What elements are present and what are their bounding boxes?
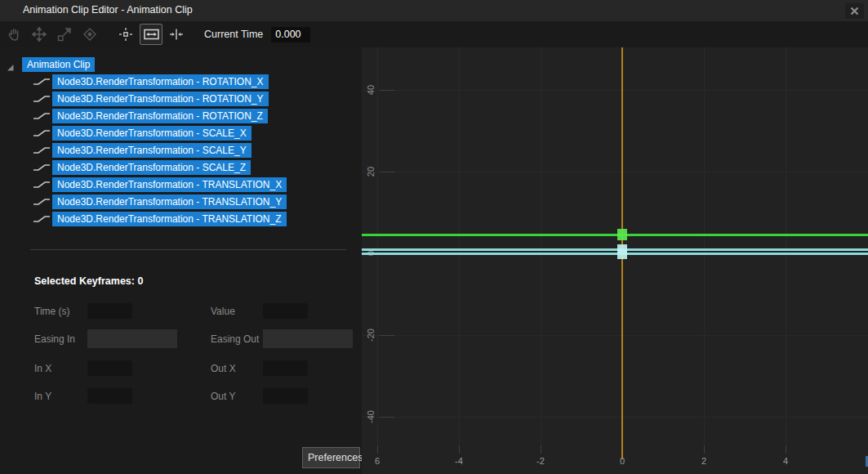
move-tool-button[interactable]: [28, 24, 51, 45]
current-time-input[interactable]: [271, 27, 310, 42]
x-tick-label: -4: [447, 456, 471, 467]
tree-item[interactable]: Node3D.RenderTransformation - ROTATION_Z: [33, 109, 268, 123]
x-tick-mark: [704, 445, 705, 454]
field-input-in-y[interactable]: [87, 388, 132, 404]
x-tick-mark: [786, 445, 786, 454]
tree-item-label[interactable]: Node3D.RenderTransformation - SCALE_Z: [52, 160, 251, 175]
x-tick-mark: [541, 445, 541, 454]
animation-curve-icon: [33, 76, 51, 87]
tree-item-label[interactable]: Node3D.RenderTransformation - SCALE_Y: [52, 143, 251, 158]
y-tick-label: 40: [366, 78, 376, 102]
field-input-time-s[interactable]: [87, 303, 132, 319]
title-bar: Animation Clip Editor - Animation Clip: [0, 0, 868, 21]
tree-item-label[interactable]: Node3D.RenderTransformation - ROTATION_X: [52, 74, 269, 89]
y-tick-label: -40: [366, 405, 376, 429]
y-tick-label: -20: [366, 323, 376, 347]
field-label-easing-in: Easing In: [34, 333, 75, 345]
pan-tool-button[interactable]: [2, 24, 25, 45]
keyframe-marker[interactable]: [617, 229, 627, 240]
gridline-horizontal: [362, 335, 868, 336]
tree-item[interactable]: Node3D.RenderTransformation - TRANSLATIO…: [33, 212, 287, 226]
expander-triangle-icon[interactable]: [7, 60, 15, 69]
y-tick-mark: [380, 90, 394, 91]
animation-curve-icon: [33, 145, 51, 156]
animation-curve-icon: [33, 196, 51, 208]
animation-clip-editor-window: Animation Clip Editor - Animation Clip C…: [0, 0, 868, 474]
selected-keyframes-label: Selected Keyframes:: [34, 275, 135, 287]
tree-item[interactable]: Node3D.RenderTransformation - TRANSLATIO…: [33, 177, 287, 192]
x-tick-label: 4: [773, 456, 798, 467]
y-tick-mark: [380, 172, 394, 172]
y-tick-mark: [380, 417, 394, 418]
separator-line: [30, 249, 346, 250]
field-label-out-y: Out Y: [211, 391, 235, 402]
field-label-in-x: In X: [34, 363, 51, 374]
tree-item-label[interactable]: Node3D.RenderTransformation - TRANSLATIO…: [52, 195, 287, 209]
tree-item-label[interactable]: Node3D.RenderTransformation - TRANSLATIO…: [52, 212, 287, 226]
x-tick-label: 6: [365, 456, 389, 467]
close-icon: [850, 4, 859, 19]
animation-curve-icon: [33, 127, 51, 139]
field-input-out-x[interactable]: [263, 360, 308, 376]
x-tick-mark: [459, 445, 460, 454]
tree-item[interactable]: Node3D.RenderTransformation - SCALE_Z: [33, 160, 251, 175]
tree-root-row[interactable]: Animation Clip: [7, 57, 95, 72]
keyframe-diamond-icon: [82, 27, 97, 42]
hand-icon: [7, 27, 21, 42]
tree-item-label[interactable]: Node3D.RenderTransformation - ROTATION_Z: [52, 109, 268, 123]
move-arrows-icon: [32, 27, 47, 42]
animation-curve-icon: [33, 162, 51, 173]
selected-keyframes-count: 0: [137, 275, 143, 287]
field-input-out-y[interactable]: [263, 388, 308, 404]
field-input-easing-in[interactable]: [87, 329, 177, 348]
field-input-value[interactable]: [263, 303, 308, 319]
tree-root-label[interactable]: Animation Clip: [22, 57, 95, 72]
field-label-out-x: Out X: [211, 363, 236, 374]
gridline-horizontal: [362, 417, 868, 418]
y-tick-label: 20: [366, 159, 376, 184]
tree-item-label[interactable]: Node3D.RenderTransformation - ROTATION_Y: [52, 92, 269, 106]
fit-width-icon: [144, 28, 159, 41]
current-time-label: Current Time: [204, 29, 263, 40]
field-label-easing-out: Easing Out: [211, 333, 259, 345]
tree-item-label[interactable]: Node3D.RenderTransformation - TRANSLATIO…: [52, 177, 287, 192]
animation-curve-icon: [33, 93, 51, 105]
curve-translation-x-y-z[interactable]: [362, 253, 868, 255]
tree-item[interactable]: Node3D.RenderTransformation - SCALE_Y: [33, 143, 251, 158]
toolbar: Current Time: [0, 21, 868, 48]
keyframe-marker[interactable]: [617, 248, 627, 259]
close-button[interactable]: [845, 3, 864, 19]
center-view-button[interactable]: [114, 24, 137, 45]
window-title: Animation Clip Editor - Animation Clip: [23, 4, 193, 16]
animation-curve-icon: [33, 110, 51, 122]
animation-curve-icon: [33, 179, 51, 190]
preferences-button[interactable]: Preferences: [302, 447, 360, 468]
scale-arrow-icon: [57, 27, 72, 42]
animation-curve-icon: [33, 213, 51, 225]
x-tick-mark: [377, 445, 378, 454]
tree-item[interactable]: Node3D.RenderTransformation - SCALE_X: [33, 126, 251, 141]
center-crosshair-icon: [118, 27, 133, 42]
fit-to-playhead-button[interactable]: [165, 24, 188, 45]
keyframe-tool-button[interactable]: [78, 24, 101, 45]
fit-width-button[interactable]: [140, 24, 162, 45]
field-input-in-x[interactable]: [87, 360, 132, 376]
field-label-value: Value: [211, 306, 235, 317]
tree-item[interactable]: Node3D.RenderTransformation - ROTATION_X: [33, 74, 269, 89]
scale-tool-button[interactable]: [53, 24, 76, 45]
collapse-horizontal-icon: [169, 28, 184, 41]
selected-keyframes-heading: Selected Keyframes: 0: [34, 275, 143, 287]
tree-item-label[interactable]: Node3D.RenderTransformation - SCALE_X: [52, 126, 251, 141]
gridline-horizontal: [362, 90, 868, 91]
x-tick-label: -2: [528, 456, 553, 467]
tree-item[interactable]: Node3D.RenderTransformation - TRANSLATIO…: [33, 195, 287, 209]
tree-item[interactable]: Node3D.RenderTransformation - ROTATION_Y: [33, 92, 269, 106]
curve-rotation-x-y-z[interactable]: [362, 234, 868, 236]
field-input-easing-out[interactable]: [263, 329, 353, 348]
curve-scale-x-y-z[interactable]: [362, 248, 868, 251]
left-panel: Animation Clip Node3D.RenderTransformati…: [0, 47, 362, 474]
y-tick-mark: [380, 335, 394, 336]
curve-editor-graph[interactable]: 40200-20-406-4-2024: [362, 47, 868, 474]
field-label-time-s: Time (s): [34, 306, 70, 317]
x-tick-label: 2: [692, 456, 716, 467]
